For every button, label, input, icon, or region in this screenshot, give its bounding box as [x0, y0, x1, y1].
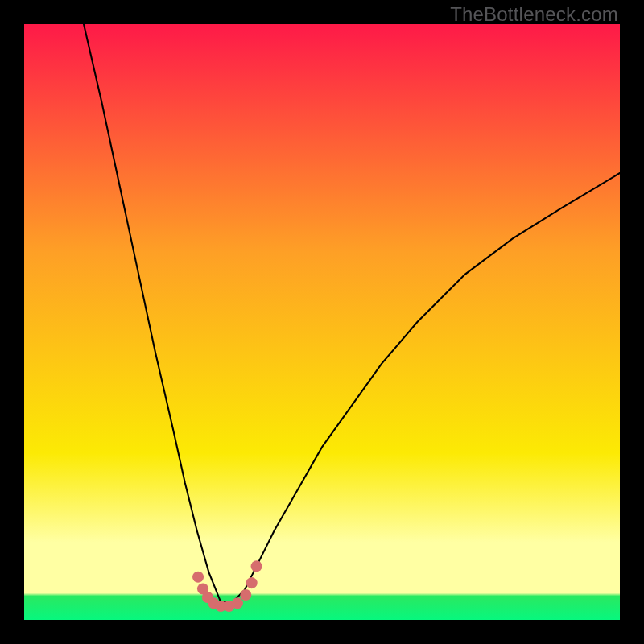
highlight-dot	[251, 560, 262, 572]
highlight-dot	[232, 597, 243, 609]
curve-layer	[24, 24, 620, 620]
chart-frame: TheBottleneck.com	[0, 0, 644, 644]
highlight-dots	[192, 560, 262, 612]
watermark-text: TheBottleneck.com	[450, 3, 618, 26]
highlight-dot	[240, 589, 251, 601]
highlight-dot	[246, 577, 258, 588]
bottleneck-curve	[84, 24, 620, 602]
highlight-dot	[192, 572, 204, 583]
plot-area	[24, 24, 620, 620]
